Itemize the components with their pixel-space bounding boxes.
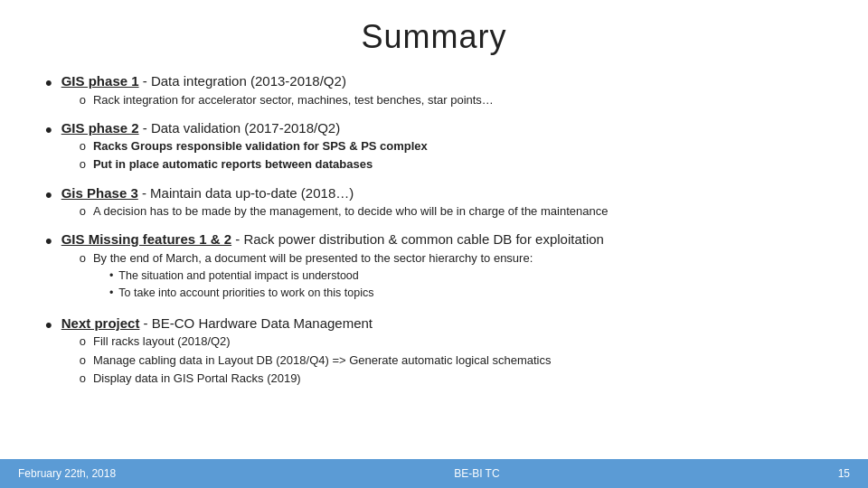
sub-dot: o: [80, 250, 86, 267]
sub-dot: o: [80, 156, 86, 173]
main-line: Next project - BE-CO Hardware Data Manag…: [61, 314, 823, 333]
bullet-item-gis-phase-3: •Gis Phase 3 - Maintain data up-to-date …: [45, 184, 823, 222]
bullet-item-next-project: •Next project - BE-CO Hardware Data Mana…: [45, 314, 823, 389]
underline-label: GIS phase 2: [61, 120, 139, 136]
sub-sub-dot: •: [109, 268, 113, 285]
sub-text: By the end of March, a document will be …: [93, 250, 533, 304]
sub-sub-item: •To take into account priorities to work…: [109, 286, 533, 302]
footer-date: February 22th, 2018: [18, 467, 116, 480]
bullet-text-gis-missing: GIS Missing features 1 & 2 - Rack power …: [61, 230, 823, 305]
label-rest: - Maintain data up-to-date (2018…): [138, 185, 354, 201]
sub-dot: o: [80, 371, 86, 387]
underline-label: GIS phase 1: [61, 73, 139, 89]
bullet-text-next-project: Next project - BE-CO Hardware Data Manag…: [61, 314, 823, 389]
sub-text: A decision has to be made by the managem…: [93, 203, 608, 220]
sub-list: oBy the end of March, a document will be…: [80, 250, 823, 304]
sub-list: oRack integration for accelerator sector…: [80, 92, 823, 108]
bullet-text-gis-phase-2: GIS phase 2 - Data validation (2017-2018…: [61, 119, 823, 175]
footer-page: 15: [838, 467, 850, 480]
sub-item: oRacks Groups responsible validation for…: [80, 138, 823, 155]
sub-text: Display data in GIS Portal Racks (2019): [93, 371, 301, 387]
sub-dot: o: [80, 92, 86, 108]
sub-dot: o: [80, 203, 86, 220]
underline-label: Next project: [61, 315, 140, 331]
label-rest: - Rack power distribution & common cable…: [231, 231, 604, 247]
sub-dot: o: [80, 333, 86, 350]
label-rest: - Data validation (2017-2018/Q2): [139, 120, 341, 136]
main-line: GIS Missing features 1 & 2 - Rack power …: [61, 230, 823, 249]
label-rest: - Data integration (2013-2018/Q2): [139, 73, 346, 89]
sub-text: Manage cabling data in Layout DB (2018/Q…: [93, 352, 552, 369]
slide: Summary •GIS phase 1 - Data integration …: [0, 0, 868, 488]
bullet-text-gis-phase-1: GIS phase 1 - Data integration (2013-201…: [61, 72, 823, 110]
footer-center: BE-BI TC: [454, 467, 499, 480]
bullet-text-gis-phase-3: Gis Phase 3 - Maintain data up-to-date (…: [61, 184, 823, 222]
main-line: GIS phase 2 - Data validation (2017-2018…: [61, 119, 823, 137]
bullet-dot: •: [45, 312, 52, 340]
sub-list: oRacks Groups responsible validation for…: [80, 138, 823, 173]
slide-title: Summary: [45, 18, 823, 56]
sub-item: oFill racks layout (2018/Q2): [80, 333, 823, 350]
sub-sub-list: •The situation and potential impact is u…: [109, 268, 533, 302]
sub-item: oA decision has to be made by the manage…: [80, 203, 823, 220]
underline-label: Gis Phase 3: [61, 185, 138, 201]
bullet-dot: •: [45, 117, 52, 145]
bullet-dot: •: [45, 182, 52, 210]
sub-item: oDisplay data in GIS Portal Racks (2019): [80, 371, 823, 387]
footer: February 22th, 2018 BE-BI TC 15: [0, 459, 868, 488]
sub-sub-text: To take into account priorities to work …: [118, 286, 373, 302]
sub-list: oFill racks layout (2018/Q2)oManage cabl…: [80, 333, 823, 387]
label-rest: - BE-CO Hardware Data Management: [139, 315, 373, 331]
sub-text: Put in place automatic reports between d…: [93, 156, 373, 173]
sub-sub-dot: •: [109, 286, 113, 302]
sub-dot: o: [80, 352, 86, 369]
sub-item: oPut in place automatic reports between …: [80, 156, 823, 173]
underline-label: GIS Missing features 1 & 2: [61, 231, 231, 247]
bullet-item-gis-phase-1: •GIS phase 1 - Data integration (2013-20…: [45, 72, 823, 110]
sub-sub-item: •The situation and potential impact is u…: [109, 268, 533, 285]
sub-text: Fill racks layout (2018/Q2): [93, 333, 231, 350]
bullet-dot: •: [45, 228, 52, 256]
sub-item: oManage cabling data in Layout DB (2018/…: [80, 352, 823, 369]
sub-dot: o: [80, 138, 86, 155]
content-area: •GIS phase 1 - Data integration (2013-20…: [45, 72, 823, 488]
bullet-dot: •: [45, 72, 52, 98]
main-line: Gis Phase 3 - Maintain data up-to-date (…: [61, 184, 823, 202]
sub-list: oA decision has to be made by the manage…: [80, 203, 823, 220]
sub-text: Rack integration for accelerator sector,…: [93, 92, 494, 108]
bullet-item-gis-missing: •GIS Missing features 1 & 2 - Rack power…: [45, 230, 823, 305]
sub-text: Racks Groups responsible validation for …: [93, 138, 428, 155]
main-line: GIS phase 1 - Data integration (2013-201…: [61, 72, 823, 90]
sub-item: oBy the end of March, a document will be…: [80, 250, 823, 304]
bullet-item-gis-phase-2: •GIS phase 2 - Data validation (2017-201…: [45, 119, 823, 175]
sub-item: oRack integration for accelerator sector…: [80, 92, 823, 108]
sub-sub-text: The situation and potential impact is un…: [118, 268, 358, 285]
